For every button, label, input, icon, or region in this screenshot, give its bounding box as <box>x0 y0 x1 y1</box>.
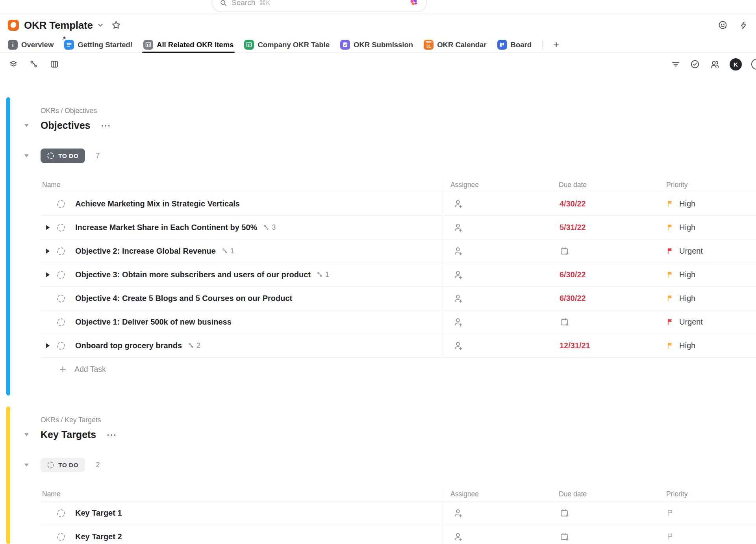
section-menu-button[interactable]: ⋯ <box>100 123 111 128</box>
status-todo-icon[interactable] <box>57 318 65 326</box>
add-assignee-icon[interactable] <box>453 199 463 209</box>
assignees-icon[interactable] <box>710 59 720 70</box>
task-name[interactable]: Achieve Marketing Mix in Strategic Verti… <box>75 199 240 208</box>
column-assignee[interactable]: Assignee <box>442 181 557 189</box>
add-view-button[interactable]: + <box>553 39 559 51</box>
linked-tasks-count[interactable]: 1 <box>317 271 329 279</box>
add-assignee-icon[interactable] <box>453 531 463 542</box>
search-icon[interactable] <box>751 59 756 70</box>
expand-icon[interactable] <box>45 343 51 349</box>
info-icon: i <box>8 40 18 50</box>
due-date[interactable]: 6/30/22 <box>560 294 586 303</box>
add-assignee-icon[interactable] <box>453 317 463 327</box>
status-todo-icon[interactable] <box>57 224 65 232</box>
add-assignee-icon[interactable] <box>453 508 463 518</box>
linked-tasks-count[interactable]: 1 <box>222 247 234 255</box>
tab-company-okr-table[interactable]: Company OKR Table <box>244 37 330 52</box>
add-due-date-icon[interactable] <box>560 246 570 256</box>
collapse-group-icon[interactable] <box>23 153 30 159</box>
avatar[interactable]: K <box>730 58 742 71</box>
column-name[interactable]: Name <box>41 490 442 498</box>
column-due-date[interactable]: Due date <box>557 181 665 189</box>
tab-okr-submission[interactable]: OKR Submission <box>340 37 413 52</box>
status-group-badge[interactable]: TO DO <box>41 458 85 472</box>
favorite-star-icon[interactable] <box>111 20 121 30</box>
assignee-cell <box>442 287 557 310</box>
section-title[interactable]: Key Targets <box>41 429 96 440</box>
priority-flag-icon[interactable] <box>666 294 674 303</box>
due-date[interactable]: 5/31/22 <box>560 223 586 232</box>
priority-flag-icon[interactable] <box>666 318 674 326</box>
due-date[interactable]: 12/31/21 <box>560 341 590 350</box>
status-todo-icon[interactable] <box>57 295 65 303</box>
task-name[interactable]: Objective 1: Deliver 500k of new busines… <box>75 317 232 327</box>
add-task-button[interactable]: Add Task <box>41 358 756 381</box>
linked-tasks-count[interactable]: 3 <box>263 223 276 232</box>
add-assignee-icon[interactable] <box>453 269 463 280</box>
automation-bolt-icon[interactable] <box>739 21 748 30</box>
expand-icon[interactable] <box>45 272 51 278</box>
search-input[interactable]: Search ⌘K <box>211 0 427 12</box>
table-row: Objective 2: Increase Global Revenue1Urg… <box>41 240 756 263</box>
collapse-section-icon[interactable] <box>23 123 30 128</box>
column-name[interactable]: Name <box>41 181 442 189</box>
tab-getting-started[interactable]: Getting Started! <box>64 37 133 52</box>
collapse-group-icon[interactable] <box>23 462 30 468</box>
set-priority-icon[interactable] <box>666 509 674 517</box>
add-due-date-icon[interactable] <box>560 532 570 542</box>
linked-tasks-count[interactable]: 2 <box>188 342 200 350</box>
status-todo-icon[interactable] <box>57 247 65 255</box>
column-assignee[interactable]: Assignee <box>442 490 557 498</box>
status-todo-icon[interactable] <box>57 200 65 208</box>
priority-flag-icon[interactable] <box>666 223 674 232</box>
columns-icon[interactable] <box>50 59 59 69</box>
tab-all-related-okr-items[interactable]: All Related OKR Items <box>143 37 233 52</box>
emoji-icon[interactable] <box>718 20 728 30</box>
closed-tasks-icon[interactable] <box>690 59 700 69</box>
priority-flag-icon[interactable] <box>666 247 674 255</box>
chevron-down-icon[interactable] <box>97 22 104 29</box>
add-due-date-icon[interactable] <box>560 317 570 327</box>
status-todo-icon[interactable] <box>57 271 65 279</box>
expand-icon[interactable] <box>45 248 51 254</box>
section-menu-button[interactable]: ⋯ <box>106 432 117 438</box>
task-name[interactable]: Key Target 2 <box>75 532 122 541</box>
task-name[interactable]: Increase Market Share in Each Continent … <box>75 223 257 232</box>
priority-flag-icon[interactable] <box>666 200 674 208</box>
priority-flag-icon[interactable] <box>666 271 674 279</box>
tab-overview[interactable]: iOverview <box>8 37 54 52</box>
breadcrumb[interactable]: OKRs / Key Targets <box>41 416 756 424</box>
column-priority[interactable]: Priority <box>665 181 756 189</box>
add-assignee-icon[interactable] <box>453 246 463 256</box>
status-group-badge[interactable]: TO DO <box>41 149 85 163</box>
tab-board[interactable]: Board <box>497 37 532 52</box>
tab-okr-calendar[interactable]: 31OKR Calendar <box>424 37 486 52</box>
due-date[interactable]: 4/30/22 <box>560 199 586 208</box>
task-name[interactable]: Objective 3: Obtain more subscribers and… <box>75 270 311 279</box>
expand-icon[interactable] <box>45 225 51 230</box>
name-cell: Key Target 1 <box>41 501 442 525</box>
due-date[interactable]: 6/30/22 <box>560 270 586 279</box>
task-name[interactable]: Onboard top grocery brands <box>75 341 182 350</box>
filter-icon[interactable] <box>671 59 680 69</box>
priority-flag-icon[interactable] <box>666 342 674 350</box>
task-name[interactable]: Objective 4: Create 5 Blogs and 5 Course… <box>75 294 292 303</box>
collapse-section-icon[interactable] <box>23 432 30 438</box>
status-todo-icon[interactable] <box>57 509 65 517</box>
status-todo-icon[interactable] <box>57 533 65 541</box>
add-assignee-icon[interactable] <box>453 340 463 351</box>
relationships-icon[interactable] <box>29 59 39 69</box>
add-assignee-icon[interactable] <box>453 222 463 233</box>
breadcrumb[interactable]: OKRs / Objectives <box>41 107 756 115</box>
layers-icon[interactable] <box>9 59 18 69</box>
column-priority[interactable]: Priority <box>665 490 756 498</box>
column-due-date[interactable]: Due date <box>557 490 665 498</box>
status-todo-icon[interactable] <box>57 342 65 350</box>
section-title[interactable]: Objectives <box>41 120 90 131</box>
add-due-date-icon[interactable] <box>560 508 570 518</box>
task-name[interactable]: Objective 2: Increase Global Revenue <box>75 247 216 256</box>
task-name[interactable]: Key Target 1 <box>75 509 122 518</box>
set-priority-icon[interactable] <box>666 533 674 541</box>
ai-icon[interactable] <box>409 0 419 8</box>
add-assignee-icon[interactable] <box>453 293 463 304</box>
